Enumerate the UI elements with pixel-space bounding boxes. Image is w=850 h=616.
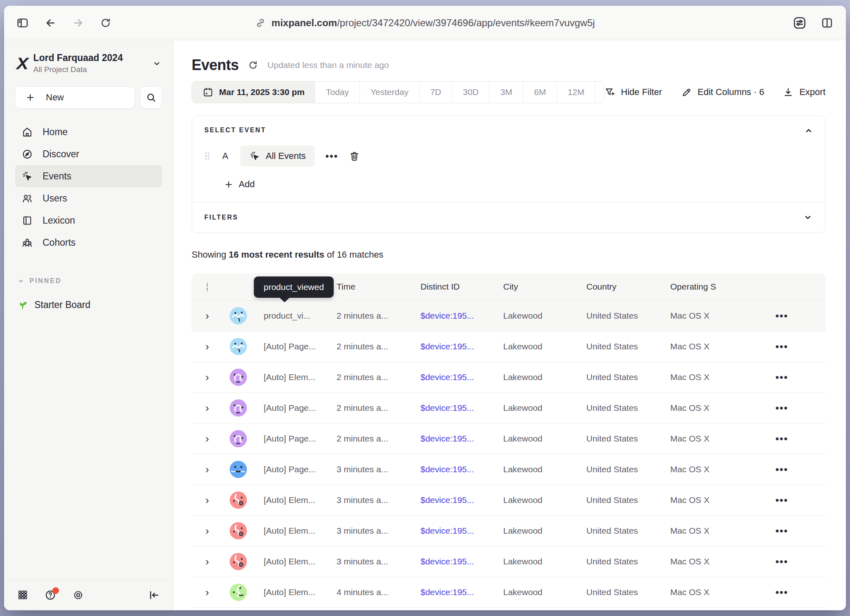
table-row[interactable]: › [Auto] Elem... 3 minutes a... $device:…	[192, 546, 825, 577]
sidebar-toggle-icon[interactable]	[16, 17, 29, 29]
distinct-id-link[interactable]: $device:195...	[420, 464, 474, 474]
sidebar-item-users[interactable]: Users	[15, 187, 162, 209]
event-avatar	[230, 399, 247, 417]
row-more-icon[interactable]: •••	[775, 310, 788, 322]
search-button[interactable]	[140, 86, 162, 109]
row-expander-icon[interactable]: ›	[206, 556, 209, 567]
table-row[interactable]: › [Auto] Elem... 4 minutes a... $device:…	[192, 577, 825, 607]
row-expander-icon[interactable]: ›	[206, 372, 209, 383]
new-button-label: New	[46, 92, 64, 103]
distinct-id-link[interactable]: $device:195...	[420, 587, 474, 597]
event-selector[interactable]: All Events	[240, 145, 315, 167]
row-expander-icon[interactable]: ›	[206, 403, 209, 413]
table-row[interactable]: › [Auto] Page... 2 minutes a... $device:…	[192, 392, 825, 423]
sidebar-item-events[interactable]: Events	[15, 165, 162, 187]
table-row[interactable]: › [Auto] Elem... 3 minutes a... $device:…	[192, 485, 825, 515]
distinct-id-link[interactable]: $device:195...	[420, 434, 474, 443]
event-avatar	[230, 307, 247, 324]
table-row[interactable]: › [Auto] Page... 3 minutes a... $device:…	[192, 454, 825, 485]
date-preset-custom[interactable]: XTD	[595, 82, 604, 103]
date-preset-7d[interactable]: 7D	[419, 82, 452, 103]
mixpanel-logo: X	[16, 55, 27, 71]
row-more-icon[interactable]: •••	[775, 556, 788, 567]
pinned-item-starter-board[interactable]: Starter Board	[17, 299, 173, 310]
date-preset-30d[interactable]: 30D	[452, 82, 490, 103]
row-expander-icon[interactable]: ›	[206, 495, 209, 505]
sidebar-item-cohorts[interactable]: Cohorts	[15, 231, 162, 254]
sidebar-item-label: Users	[43, 193, 67, 204]
refresh-results-icon[interactable]	[248, 60, 258, 70]
project-switcher[interactable]: X Lord Farquaad 2024 All Project Data	[4, 40, 173, 74]
forward-icon[interactable]	[72, 17, 84, 29]
collapse-section-icon[interactable]	[804, 126, 814, 136]
new-button[interactable]: New	[15, 86, 135, 109]
row-expander-icon[interactable]: ›	[206, 341, 209, 352]
refresh-icon[interactable]	[100, 17, 111, 29]
row-more-icon[interactable]: •••	[775, 464, 788, 475]
row-more-icon[interactable]: •••	[775, 587, 788, 598]
back-icon[interactable]	[44, 17, 57, 29]
table-row[interactable]: › [Auto] Page... 2 minutes a... $device:…	[192, 331, 825, 362]
distinct-id-link[interactable]: $device:195...	[420, 342, 474, 351]
event-name-cell: [Auto] Elem...	[254, 372, 337, 382]
event-options-icon[interactable]: •••	[326, 150, 338, 162]
add-event-button[interactable]: Add	[224, 179, 255, 190]
export-button[interactable]: Export	[783, 87, 825, 97]
distinct-id-link[interactable]: $device:195...	[420, 311, 474, 320]
row-more-icon[interactable]: •••	[775, 494, 788, 506]
address-bar[interactable]: mixpanel.com/project/3472420/view/397469…	[255, 17, 595, 29]
time-cell: 3 minutes a...	[337, 557, 420, 566]
distinct-id-link[interactable]: $device:195...	[420, 526, 474, 535]
row-more-icon[interactable]: •••	[775, 525, 788, 537]
table-row[interactable]: › product_vi... 2 minutes a... $device:1…	[192, 300, 825, 331]
column-header-city[interactable]: City	[503, 282, 586, 292]
row-expander-icon[interactable]: ›	[206, 587, 209, 598]
sidebar-item-lexicon[interactable]: Lexicon	[15, 209, 162, 231]
distinct-id-link[interactable]: $device:195...	[420, 557, 474, 566]
compass-icon	[22, 149, 33, 160]
country-cell: United States	[586, 372, 670, 382]
filters-section[interactable]: FILTERS	[192, 202, 825, 233]
collapse-all-rows-icon[interactable]: ↓↑	[206, 281, 209, 292]
table-row[interactable]: › [Auto] Page... 2 minutes a... $device:…	[192, 423, 825, 454]
date-preset-6m[interactable]: 6M	[523, 82, 556, 103]
row-more-icon[interactable]: •••	[775, 402, 788, 414]
row-more-icon[interactable]: •••	[775, 371, 788, 383]
distinct-id-link[interactable]: $device:195...	[420, 495, 474, 505]
date-preset-today[interactable]: Today	[315, 82, 359, 103]
table-row[interactable]: › [Auto] Elem... 4 minutes a... $device:…	[192, 607, 825, 610]
column-header-distinct-id[interactable]: Distinct ID	[420, 282, 503, 292]
chevron-down-icon	[17, 277, 25, 285]
drag-handle-icon[interactable]	[204, 152, 210, 161]
distinct-id-link[interactable]: $device:195...	[420, 372, 474, 382]
apps-grid-icon[interactable]	[17, 589, 28, 600]
table-row[interactable]: › [Auto] Elem... 3 minutes a... $device:…	[192, 515, 825, 546]
distinct-id-link[interactable]: $device:195...	[420, 403, 474, 412]
browser-settings-icon[interactable]	[793, 16, 807, 30]
sidebar-item-home[interactable]: Home	[15, 121, 162, 143]
row-more-icon[interactable]: •••	[775, 433, 788, 444]
table-row[interactable]: › [Auto] Elem... 2 minutes a... $device:…	[192, 362, 825, 392]
hide-filter-button[interactable]: Hide Filter	[604, 87, 662, 98]
row-expander-icon[interactable]: ›	[206, 525, 209, 536]
row-more-icon[interactable]: •••	[775, 341, 788, 352]
date-preset-3m[interactable]: 3M	[489, 82, 523, 103]
column-header-time[interactable]: Time	[337, 282, 420, 292]
edit-columns-button[interactable]: Edit Columns · 6	[681, 87, 764, 98]
sidebar-item-discover[interactable]: Discover	[15, 143, 162, 165]
settings-gear-icon[interactable]	[72, 589, 84, 601]
row-expander-icon[interactable]: ›	[206, 464, 209, 475]
trash-icon[interactable]	[349, 151, 360, 162]
date-preset-yesterday[interactable]: Yesterday	[359, 82, 419, 103]
split-view-icon[interactable]	[821, 16, 834, 29]
column-header-os[interactable]: Operating S	[670, 282, 738, 292]
column-header-country[interactable]: Country	[586, 282, 670, 292]
date-preset-12m[interactable]: 12M	[556, 82, 595, 103]
pinned-section-header[interactable]: PINNED	[17, 277, 173, 285]
row-expander-icon[interactable]: ›	[206, 310, 209, 321]
date-picker[interactable]: Mar 11, 2025 3:30 pm	[192, 82, 315, 103]
date-range-bar: Mar 11, 2025 3:30 pm TodayYesterday7D30D…	[192, 81, 604, 103]
row-expander-icon[interactable]: ›	[206, 433, 209, 444]
country-cell: United States	[586, 403, 670, 413]
collapse-sidebar-icon[interactable]	[148, 589, 160, 601]
